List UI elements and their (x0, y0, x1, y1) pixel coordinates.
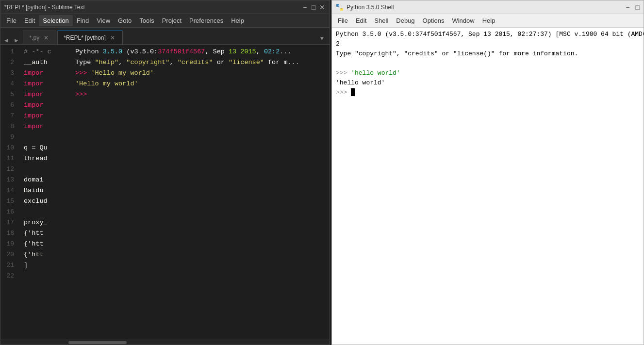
svg-rect-3 (341, 8, 342, 9)
tab-repl-label: *REPL* [python] (64, 34, 106, 41)
menu-selection[interactable]: Selection (39, 15, 72, 26)
horizontal-scrollbar[interactable] (0, 340, 330, 345)
right-minimize-button[interactable]: − (626, 3, 629, 11)
menu-goto[interactable]: Goto (114, 15, 135, 26)
shell-prompt-1: >>> 'hello world' (336, 68, 640, 78)
line-numbers: 1 2 3 4 5 6 7 8 9 10 11 12 13 14 15 16 1… (0, 45, 20, 340)
tab-arrow-left[interactable]: ◀ (2, 37, 10, 44)
menu-tools[interactable]: Tools (135, 15, 158, 26)
tab-arrow-right[interactable]: ▶ (13, 37, 20, 44)
menu-file[interactable]: File (2, 15, 20, 26)
shell-line-blank (336, 59, 640, 68)
shell-prompt-cursor: >>> (336, 88, 640, 98)
close-button[interactable]: ✕ (319, 4, 326, 11)
right-menu-edit[interactable]: Edit (352, 15, 370, 26)
tab-py-close[interactable]: ✕ (42, 34, 50, 41)
tab-dropdown[interactable]: ▼ (316, 33, 328, 44)
repl-prompt-empty: >>> (71, 89, 325, 100)
repl-output-1: 'Hello my world' (71, 79, 325, 89)
shell-output-area[interactable]: Python 3.5.0 (v3.5.0:374f501f4567, Sep 1… (332, 28, 644, 345)
menu-edit[interactable]: Edit (20, 15, 39, 26)
right-menu-help[interactable]: Help (479, 15, 499, 26)
sublime-text-window: *REPL* [python] - Sublime Text − □ ✕ Fil… (0, 0, 330, 345)
minimize-button[interactable]: − (301, 4, 308, 11)
maximize-button[interactable]: □ (310, 4, 317, 11)
shell-line-2: 2 (336, 39, 640, 49)
menu-help[interactable]: Help (227, 15, 248, 26)
tab-bar: ◀ ▶ *.py ✕ *REPL* [python] ✕ ▼ (0, 28, 330, 45)
right-menu-window[interactable]: Window (448, 15, 478, 26)
scrollbar-thumb[interactable] (68, 341, 127, 344)
menu-preferences[interactable]: Preferences (185, 15, 227, 26)
svg-rect-2 (338, 5, 339, 6)
shell-line-3: Type "copyright", "credits" or "license(… (336, 49, 640, 59)
left-menu-bar: File Edit Selection Find View Goto Tools… (0, 14, 330, 28)
left-window-title: *REPL* [python] - Sublime Text (4, 4, 85, 11)
shell-output-1: 'hello world' (336, 78, 640, 88)
editor-area: 1 2 3 4 5 6 7 8 9 10 11 12 13 14 15 16 1… (0, 45, 330, 340)
shell-line-1: Python 3.5.0 (v3.5.0:374f501f4567, Sep 1… (336, 30, 640, 39)
menu-view[interactable]: View (93, 15, 114, 26)
python-icon (336, 3, 344, 11)
menu-project[interactable]: Project (158, 15, 185, 26)
tab-py[interactable]: *.py ✕ (23, 31, 56, 44)
repl-prompt-1: >>> 'Hello my world' (71, 68, 325, 79)
tab-repl[interactable]: *REPL* [python] ✕ (57, 31, 123, 44)
repl-output-panel[interactable]: Python 3.5.0 (v3.5.0:374f501f4567, Sep 1… (67, 45, 329, 339)
repl-header-line: Python 3.5.0 (v3.5.0:374f501f4567, Sep 1… (71, 47, 325, 57)
python-shell-window: Python 3.5.0 Shell − □ File Edit Shell D… (331, 0, 644, 345)
right-menu-options[interactable]: Options (419, 15, 448, 26)
right-title-bar: Python 3.5.0 Shell − □ (332, 0, 644, 14)
repl-type-line: Type "help", "copyright", "credits" or "… (71, 57, 325, 68)
tab-repl-close[interactable]: ✕ (109, 34, 116, 41)
tab-py-label: *.py (29, 34, 39, 41)
right-maximize-button[interactable]: □ (636, 3, 640, 11)
right-menu-debug[interactable]: Debug (392, 15, 418, 26)
right-menu-bar: File Edit Shell Debug Options Window Hel… (332, 14, 644, 28)
left-title-bar: *REPL* [python] - Sublime Text − □ ✕ (0, 0, 330, 14)
menu-find[interactable]: Find (73, 15, 93, 26)
cursor-block (351, 88, 355, 96)
right-menu-shell[interactable]: Shell (370, 15, 392, 26)
right-menu-file[interactable]: File (334, 15, 352, 26)
right-window-title: Python 3.5.0 Shell (347, 4, 394, 11)
